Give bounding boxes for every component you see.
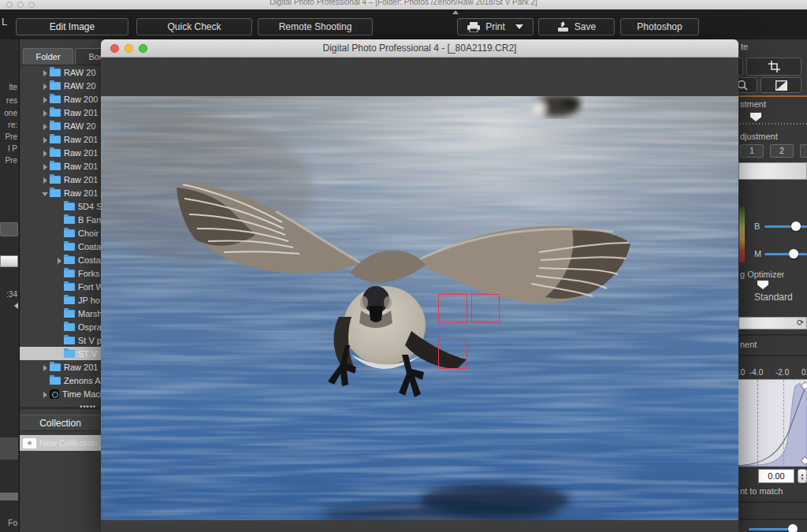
palette-tab-button[interactable] <box>738 58 743 76</box>
wb-dropdown[interactable] <box>738 162 807 180</box>
edit-image-label: Edit Image <box>50 21 95 32</box>
stepper-up-icon[interactable]: ▲ <box>801 473 805 476</box>
disclosure-triangle-icon[interactable] <box>42 364 48 370</box>
disclosure-triangle-icon[interactable] <box>42 96 48 102</box>
folder-tree-item[interactable]: St V p <box>20 333 101 347</box>
quick-check-button[interactable]: Quick Check <box>136 18 252 35</box>
collection-star-icon: ★ <box>23 438 36 448</box>
folder-tree-item[interactable]: Choir <box>20 226 101 240</box>
folder-tree-item[interactable]: JP ho <box>20 293 101 307</box>
compare-tool-button[interactable] <box>761 77 801 93</box>
new-collection-label: New Collection <box>39 438 97 448</box>
disclosure-triangle-icon[interactable] <box>42 136 48 143</box>
histogram-tick-label: 0. <box>801 368 807 377</box>
folder-tree-item[interactable]: Raw 201 <box>20 159 101 173</box>
folder-tree-item[interactable]: Coata <box>20 240 101 253</box>
zoom-tool-button[interactable] <box>738 77 757 93</box>
clipped-text-fragment: Pre <box>5 132 17 141</box>
color-wheel-strip[interactable] <box>739 206 745 262</box>
folder-tree-item[interactable]: B Fam <box>20 213 101 226</box>
folder-tree-item[interactable]: Raw 201 <box>20 360 101 374</box>
folder-tree-item[interactable]: Raw 201 <box>20 146 101 159</box>
viewer-titlebar[interactable]: Digital Photo Professional 4 - [_80A2119… <box>101 39 738 58</box>
folder-tree-item[interactable]: Forks <box>20 266 101 280</box>
folder-tree-item[interactable]: Raw 201 <box>20 132 101 146</box>
back-window-titlebar[interactable]: Digital Photo Professional 4 – [Folder: … <box>0 0 807 9</box>
optimizer-slider-thumb[interactable] <box>757 281 768 289</box>
refresh-icon[interactable]: ⟳ <box>797 318 804 328</box>
screen: Digital Photo Professional 4 – [Folder: … <box>0 0 807 532</box>
folder-tree-item[interactable]: RAW 20 <box>20 65 101 79</box>
folder-tree-item[interactable]: Time Machine <box>20 387 101 400</box>
folder-tree-item[interactable]: Ospra <box>20 320 101 333</box>
folder-icon <box>50 189 61 197</box>
tone-section-label: nent <box>740 340 757 349</box>
disclosure-triangle-icon[interactable] <box>42 163 48 169</box>
disclosure-triangle-icon[interactable] <box>42 69 48 76</box>
slider-m[interactable] <box>764 249 807 259</box>
folder-icon <box>50 95 61 103</box>
folder-icon <box>50 149 61 157</box>
photoshop-button[interactable]: Photoshop <box>620 18 699 35</box>
collapse-up-icon[interactable] <box>452 10 459 14</box>
print-dropdown-icon[interactable] <box>515 24 523 29</box>
folder-tree-item[interactable]: Raw 201 <box>20 186 101 199</box>
folder-tree-item[interactable]: Raw 201 <box>20 173 101 186</box>
folder-tree: RAW 20RAW 20Raw 200Raw 201RAW 20Raw 201R… <box>20 65 101 400</box>
print-button[interactable]: Print <box>457 18 534 35</box>
tool-palette: te stment djustment 123 B M g Optimizer … <box>738 39 807 532</box>
left-strip-field[interactable] <box>0 255 18 267</box>
disclosure-triangle-icon[interactable] <box>42 177 48 183</box>
folder-icon <box>50 176 61 184</box>
save-button[interactable]: Save <box>538 18 615 35</box>
crop-tool-button[interactable] <box>746 58 801 76</box>
disclosure-triangle-icon[interactable] <box>42 391 48 397</box>
collapse-left-icon[interactable] <box>14 303 18 309</box>
stepper-down-icon[interactable]: ▼ <box>801 477 805 480</box>
wb-preset-button-3[interactable]: 3 <box>800 144 807 158</box>
wb-preset-button-1[interactable]: 1 <box>740 144 764 158</box>
remote-shooting-button[interactable]: Remote Shooting <box>258 18 373 35</box>
folder-tree-item[interactable]: Fort W <box>20 280 101 293</box>
folder-tree-item[interactable]: Raw 201 <box>20 106 101 119</box>
slider-m-thumb[interactable] <box>789 249 798 259</box>
brightness-slider-ruler[interactable] <box>740 123 807 125</box>
disclosure-triangle-icon[interactable] <box>42 190 48 196</box>
gamma-value-input[interactable]: 0.00 <box>758 469 794 483</box>
folder-tree-item[interactable]: Zenons Act <box>20 374 101 387</box>
disclosure-triangle-icon[interactable] <box>42 150 48 156</box>
brightness-slider-thumb[interactable] <box>750 113 761 121</box>
disclosure-spacer <box>56 217 62 223</box>
folder-tree-item[interactable]: RAW 20 <box>20 79 101 92</box>
brightness-section-label: stment <box>740 99 766 109</box>
folder-tree-item[interactable]: Raw 200 <box>20 92 101 106</box>
optimizer-value: Standard <box>754 292 793 303</box>
folder-tree-item[interactable]: Marsh <box>20 307 101 320</box>
panel-resize-handle[interactable]: ••••• <box>20 407 101 409</box>
bottom-slider[interactable] <box>749 524 798 532</box>
folder-tree-item[interactable]: ST V <box>20 347 101 360</box>
folder-icon <box>50 162 61 170</box>
divider <box>738 355 807 356</box>
folder-tree-item[interactable]: 5D4 S <box>20 199 101 213</box>
slider-b[interactable] <box>764 221 807 231</box>
disclosure-triangle-icon[interactable] <box>42 83 48 89</box>
folder-tree-item[interactable]: Costa <box>20 253 101 266</box>
slider-b-thumb[interactable] <box>791 221 801 231</box>
folder-tree-item[interactable]: RAW 20 <box>20 119 101 132</box>
left-strip-button[interactable] <box>0 222 18 236</box>
gamma-stepper[interactable]: ▲▼ <box>798 469 807 483</box>
disclosure-triangle-icon[interactable] <box>42 123 48 129</box>
bottom-slider-thumb[interactable] <box>788 524 798 532</box>
disclosure-triangle-icon[interactable] <box>56 257 62 263</box>
tone-curve-histogram[interactable] <box>738 379 807 466</box>
wb-preset-button-2[interactable]: 2 <box>770 144 794 158</box>
new-collection-item[interactable]: ★ New Collection <box>20 435 101 451</box>
histogram-tick-label: -2.0 <box>775 368 789 377</box>
disclosure-triangle-icon[interactable] <box>42 110 48 116</box>
remote-shooting-label: Remote Shooting <box>279 21 352 32</box>
collection-header[interactable]: Collection <box>20 415 101 431</box>
folder-label: Raw 201 <box>64 188 98 198</box>
edit-image-button[interactable]: Edit Image <box>16 18 128 35</box>
tab-folder[interactable]: Folder <box>23 48 73 65</box>
